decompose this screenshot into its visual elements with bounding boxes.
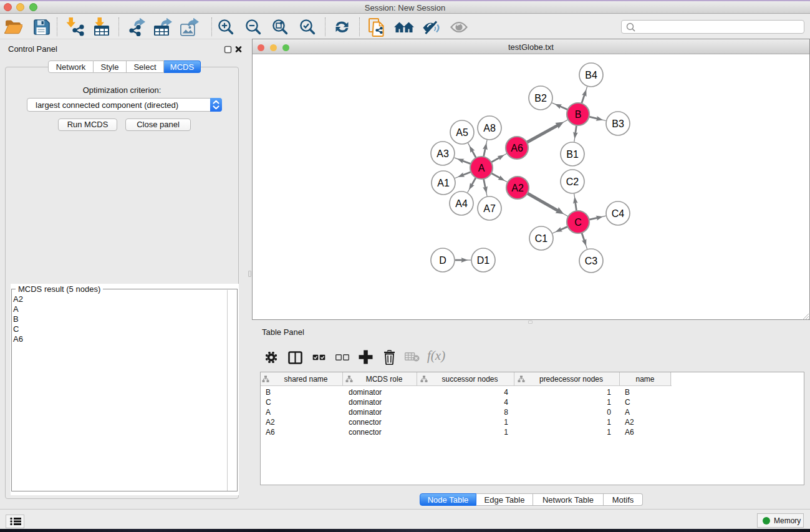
svg-text:B3: B3: [612, 118, 624, 129]
svg-text:B4: B4: [585, 70, 597, 80]
svg-text:A5: A5: [456, 127, 468, 138]
svg-text:A: A: [478, 163, 485, 173]
svg-text:B2: B2: [534, 93, 547, 104]
svg-text:A7: A7: [483, 203, 496, 214]
svg-text:C1: C1: [535, 233, 548, 244]
svg-text:B1: B1: [566, 149, 579, 160]
svg-text:A3: A3: [436, 148, 449, 159]
svg-text:A1: A1: [437, 178, 450, 188]
svg-text:D1: D1: [477, 255, 490, 266]
svg-text:C: C: [574, 217, 582, 228]
svg-text:D: D: [439, 255, 446, 266]
svg-text:C3: C3: [585, 256, 598, 266]
svg-text:C4: C4: [612, 208, 625, 219]
svg-text:C2: C2: [566, 177, 579, 187]
svg-text:A2: A2: [511, 183, 524, 193]
svg-text:A6: A6: [511, 143, 523, 153]
svg-text:A8: A8: [483, 123, 496, 133]
svg-text:A4: A4: [455, 198, 468, 209]
svg-text:B: B: [575, 109, 582, 120]
